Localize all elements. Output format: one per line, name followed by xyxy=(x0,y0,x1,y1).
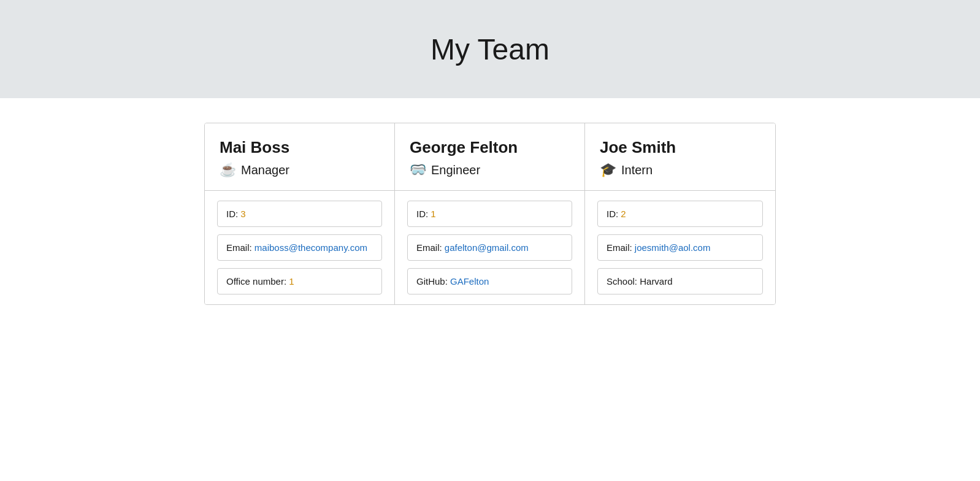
detail-label: ID: xyxy=(226,209,240,219)
detail-value: joesmith@aol.com xyxy=(635,242,711,253)
detail-box: GitHub: GAFelton xyxy=(407,268,572,294)
detail-label: GitHub: xyxy=(416,276,450,287)
card-header: Joe Smith🎓Intern xyxy=(585,123,775,191)
detail-value: 1 xyxy=(431,209,435,219)
member-role: ☕Manager xyxy=(220,162,380,178)
role-icon: ☕ xyxy=(220,162,236,178)
detail-box: ID: 2 xyxy=(597,201,763,227)
detail-value: 1 xyxy=(289,276,294,287)
team-card: Mai Boss☕ManagerID: 3Email: maiboss@thec… xyxy=(205,123,395,304)
role-label: Manager xyxy=(241,163,289,177)
main-content: Mai Boss☕ManagerID: 3Email: maiboss@thec… xyxy=(0,98,980,329)
detail-label: Email: xyxy=(607,242,635,253)
header-banner: My Team xyxy=(0,0,980,98)
member-name: Mai Boss xyxy=(220,138,380,157)
page-title: My Team xyxy=(431,33,549,66)
member-name: Joe Smith xyxy=(600,138,760,157)
team-card: Joe Smith🎓InternID: 2Email: joesmith@aol… xyxy=(585,123,775,304)
detail-value: 2 xyxy=(621,209,626,219)
role-label: Intern xyxy=(621,163,653,177)
team-card: George Felton🥽EngineerID: 1Email: gafelt… xyxy=(395,123,585,304)
detail-value: Harvard xyxy=(640,276,672,287)
detail-box: ID: 3 xyxy=(217,201,382,227)
detail-value: gafelton@gmail.com xyxy=(445,242,529,253)
detail-label: ID: xyxy=(607,209,621,219)
member-role: 🥽Engineer xyxy=(410,162,570,178)
detail-label: ID: xyxy=(416,209,431,219)
card-header: Mai Boss☕Manager xyxy=(205,123,394,191)
card-details: ID: 3Email: maiboss@thecompany.comOffice… xyxy=(205,191,394,304)
detail-label: Email: xyxy=(416,242,445,253)
card-details: ID: 1Email: gafelton@gmail.comGitHub: GA… xyxy=(395,191,584,304)
detail-box: Email: maiboss@thecompany.com xyxy=(217,234,382,261)
detail-box: Email: gafelton@gmail.com xyxy=(407,234,572,261)
detail-box: Office number: 1 xyxy=(217,268,382,294)
detail-label: Email: xyxy=(226,242,255,253)
card-header: George Felton🥽Engineer xyxy=(395,123,584,191)
detail-box: Email: joesmith@aol.com xyxy=(597,234,763,261)
detail-label: Office number: xyxy=(226,276,289,287)
role-icon: 🎓 xyxy=(600,162,616,178)
member-name: George Felton xyxy=(410,138,570,157)
role-icon: 🥽 xyxy=(410,162,426,178)
detail-label: School: xyxy=(607,276,640,287)
member-role: 🎓Intern xyxy=(600,162,760,178)
detail-value: maiboss@thecompany.com xyxy=(255,242,367,253)
role-label: Engineer xyxy=(431,163,480,177)
detail-box: School: Harvard xyxy=(597,268,763,294)
detail-value: 3 xyxy=(240,209,245,219)
detail-box: ID: 1 xyxy=(407,201,572,227)
detail-value: GAFelton xyxy=(450,276,489,287)
card-details: ID: 2Email: joesmith@aol.comSchool: Harv… xyxy=(585,191,775,304)
team-grid: Mai Boss☕ManagerID: 3Email: maiboss@thec… xyxy=(204,123,776,305)
